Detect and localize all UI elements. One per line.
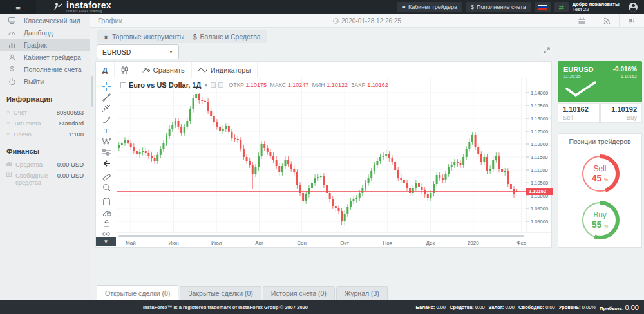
exchange-arrows-icon: ⇄ xyxy=(559,4,564,11)
dollar-icon: $ xyxy=(193,33,197,41)
expand-icon xyxy=(544,47,550,53)
legend-collapse-icon[interactable]: – xyxy=(120,82,126,88)
brush-tool[interactable] xyxy=(99,114,114,125)
announcements-icon-button[interactable] xyxy=(619,14,644,28)
indicators-button[interactable]: Индикаторы xyxy=(192,62,258,78)
text-tool[interactable]: T xyxy=(99,125,114,136)
chart-toolbar: Д Сравнить Индикаторы xyxy=(96,62,551,78)
rss-icon-button[interactable] xyxy=(594,14,619,28)
chevron-down-icon: ▼ xyxy=(204,83,208,88)
chart-plot-area[interactable]: – Euro vs US Dollar, 1Д ▼ ОТКР 1.10175 М… xyxy=(117,78,551,247)
megaphone-icon xyxy=(628,17,636,24)
svg-text:Ноя: Ноя xyxy=(383,240,392,246)
star-icon: ★ xyxy=(103,33,109,41)
fullscreen-expand-button[interactable] xyxy=(540,43,553,57)
legend-settings-icon[interactable] xyxy=(211,82,216,88)
account-summary: Баланс: 0.00 Средства: 0.00 Залог: 0.00 … xyxy=(416,304,639,311)
welcome-text: Добро пожаловать! Test 22 xyxy=(573,2,620,12)
ohlc-values: ОТКР 1.10175 МАКС 1.10247 МИН 1.10122 ЗА… xyxy=(229,82,388,88)
chevron-down-icon: ▼ xyxy=(104,239,109,245)
crosshair-tool[interactable] xyxy=(99,81,114,92)
svg-text:1.12000: 1.12000 xyxy=(531,142,548,147)
rss-icon xyxy=(603,17,611,24)
bottom-tabs: Открытые сделки (0) Закрытые сделки (0) … xyxy=(90,285,644,300)
dashboard-icon xyxy=(8,30,16,36)
chart-card: Д Сравнить Индикаторы T ▼ – Euro vs xyxy=(95,61,552,248)
finance-section-header: Финансы xyxy=(6,147,84,155)
compare-button[interactable]: Сравнить xyxy=(135,62,192,78)
buy-quote-button[interactable]: 1.10192 Buy xyxy=(600,103,642,123)
magnet-tool[interactable] xyxy=(99,196,114,207)
tab-closed-trades[interactable]: Закрытые сделки (0) xyxy=(180,286,261,300)
calendar-icon-button[interactable] xyxy=(569,14,594,28)
chevron-right-icon: » xyxy=(6,109,10,115)
deposit-button[interactable]: $ Пополнение счета xyxy=(466,2,531,12)
svg-text:1.10162: 1.10162 xyxy=(529,189,546,194)
candlestick-chart[interactable]: 1.140001.135001.130001.125001.120001.115… xyxy=(117,78,553,248)
gann-fib-tool[interactable] xyxy=(99,103,114,114)
info-row-account-type: » Тип счета Standard xyxy=(6,118,84,129)
bar-chart-icon xyxy=(6,161,12,167)
trader-cabinet-button[interactable]: ●̲ Кабинет трейдера xyxy=(397,2,462,12)
header-datetime: 2020-01-28 12:26:25 xyxy=(90,17,644,24)
quote-header[interactable]: EURUSD 11:26:15 -0.016% 1.10162 xyxy=(558,61,642,102)
svg-text:1.11500: 1.11500 xyxy=(531,154,548,160)
ruler-tool[interactable] xyxy=(99,171,114,182)
zoom-in-tool[interactable] xyxy=(99,182,114,193)
svg-text:Июн: Июн xyxy=(168,240,178,246)
sidebar-item-chart[interactable]: График xyxy=(0,39,90,51)
interval-button[interactable]: Д xyxy=(96,62,115,78)
balance-funds-button[interactable]: $ Баланс и Средства xyxy=(187,30,267,43)
collapse-toolbar-button[interactable]: ▼ xyxy=(96,237,116,246)
chart-icon xyxy=(8,42,16,48)
tab-journal[interactable]: Журнал (3) xyxy=(336,286,388,300)
language-flag-button[interactable] xyxy=(535,2,551,12)
svg-text:1.12500: 1.12500 xyxy=(531,129,548,134)
info-row-account: » Счет 80800693 xyxy=(6,107,84,118)
trading-instruments-button[interactable]: ★ Торговые инструменты xyxy=(97,30,191,43)
grid-icon xyxy=(6,172,12,178)
logo-icon xyxy=(54,2,62,12)
top-bar: ≡ instaforex Instant Forex Trading ●̲ Ка… xyxy=(0,0,644,14)
hamburger-menu-icon[interactable]: ≡ xyxy=(0,0,36,14)
compare-icon xyxy=(142,67,150,73)
trend-line-tool[interactable] xyxy=(99,92,114,103)
svg-text:1.13500: 1.13500 xyxy=(531,103,548,109)
forecast-tool[interactable] xyxy=(99,147,114,158)
svg-text:2020: 2020 xyxy=(468,240,479,246)
legend-close-icon[interactable] xyxy=(218,82,223,88)
svg-text:Фев: Фев xyxy=(516,240,526,246)
exchange-icon-button[interactable]: ⇄ xyxy=(554,2,569,12)
traders-positions-card: Позиции трейдеров Sell 45 % Buy 55 % xyxy=(558,133,642,248)
panel-resize-handle[interactable] xyxy=(91,76,93,107)
buy-percentage-gauge: Buy 55 % xyxy=(578,198,622,242)
sidebar-item-logout[interactable]: Выйти xyxy=(0,75,90,88)
arrow-tool[interactable] xyxy=(99,158,114,169)
svg-text:1.11000: 1.11000 xyxy=(531,167,548,173)
avatar[interactable] xyxy=(629,3,638,12)
lock-tool[interactable] xyxy=(99,217,114,228)
sidebar: Классический вид Дашборд График Кабинет … xyxy=(0,14,90,300)
chevron-right-icon: » xyxy=(6,120,10,126)
svg-text:Окт: Окт xyxy=(340,240,349,246)
symbol-select[interactable]: EURUSD ▼ xyxy=(97,44,179,59)
tab-open-trades[interactable]: Открытые сделки (0) xyxy=(97,285,178,300)
sidebar-item-classic-view[interactable]: Классический вид xyxy=(0,14,90,26)
user-icon: ●̲ xyxy=(402,4,405,10)
chart-type-button[interactable] xyxy=(115,62,135,78)
xabcd-pattern-tool[interactable] xyxy=(99,136,114,147)
quote-symbol: EURUSD xyxy=(564,66,593,73)
positions-title: Позиции трейдеров xyxy=(558,134,641,149)
sell-percentage-gauge: Sell 45 % xyxy=(578,152,622,196)
sell-quote-button[interactable]: 1.10162 Sell xyxy=(558,103,600,123)
sidebar-item-dashboard[interactable]: Дашборд xyxy=(0,26,90,39)
sidebar-item-trader-cabinet[interactable]: Кабинет трейдера xyxy=(0,51,90,63)
chevron-down-icon: ▼ xyxy=(169,50,173,54)
tab-account-history[interactable]: История счета (0) xyxy=(263,286,335,300)
copyright-text: InstaForex™ is a registered trademark of… xyxy=(143,304,308,310)
sidebar-item-deposit[interactable]: $ Пополнение счета xyxy=(0,63,90,75)
svg-text:Дек: Дек xyxy=(426,240,435,246)
finance-row-funds: Средства 0.00 USD xyxy=(6,159,84,170)
user-icon xyxy=(8,54,16,60)
draw-lock-tool[interactable] xyxy=(99,207,114,217)
